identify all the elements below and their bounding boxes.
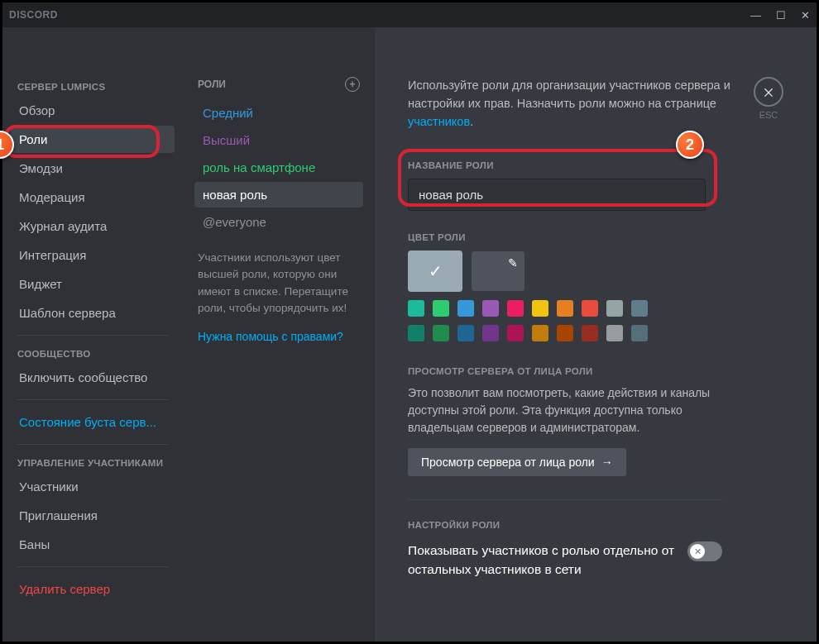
maximize-icon[interactable]: ☐: [776, 9, 786, 21]
color-swatch[interactable]: [507, 300, 524, 317]
callout-badge-2: 2: [676, 131, 704, 159]
divider: [17, 444, 168, 445]
intro-text: Используйте роли для организации участни…: [408, 77, 730, 131]
view-as-role-label: ПРОСМОТР СЕРВЕРА ОТ ЛИЦА РОЛИ: [408, 366, 783, 376]
role-item[interactable]: @everyone: [194, 209, 363, 235]
color-swatch[interactable]: [557, 300, 573, 317]
perms-help-link[interactable]: Нужна помощь с правами?: [194, 317, 363, 343]
check-icon: ✓: [429, 261, 443, 281]
toggle-knob: ✕: [690, 544, 705, 559]
color-swatch[interactable]: [408, 300, 424, 317]
arrow-right-icon: →: [601, 456, 613, 469]
color-swatch[interactable]: [457, 300, 474, 317]
display-separately-toggle[interactable]: ✕: [687, 541, 722, 561]
color-swatch[interactable]: [582, 325, 598, 341]
divider: [408, 499, 722, 500]
roles-list-pane: РОЛИ + СреднийВысшийроль на смартфоненов…: [183, 27, 375, 642]
color-swatch[interactable]: [507, 325, 524, 341]
roles-header-label: РОЛИ: [198, 79, 226, 90]
nav-widget[interactable]: Виджет: [11, 270, 175, 298]
nav-moderation[interactable]: Модерация: [11, 184, 175, 211]
color-custom[interactable]: ✎: [471, 250, 525, 292]
nav-emoji[interactable]: Эмодзи: [11, 155, 175, 182]
view-as-role-button[interactable]: Просмотр сервера от лица роли →: [408, 448, 626, 476]
display-separately-label: Показывать участников с ролью отдельно о…: [408, 541, 678, 579]
role-name-label: НАЗВАНИЕ РОЛИ: [408, 160, 783, 170]
role-settings-label: НАСТРОЙКИ РОЛИ: [408, 520, 783, 530]
settings-sidebar: СЕРВЕР LUMPICS Обзор Роли Эмодзи Модерац…: [2, 27, 183, 642]
color-default[interactable]: ✓: [408, 250, 462, 292]
color-swatch[interactable]: [433, 325, 449, 341]
color-swatch[interactable]: [557, 325, 573, 341]
titlebar: DISCORD — ☐ ✕: [2, 2, 817, 27]
nav-integration[interactable]: Интеграция: [11, 241, 175, 269]
role-name-input[interactable]: [408, 179, 706, 211]
server-section-header: СЕРВЕР LUMPICS: [11, 77, 175, 97]
color-swatch[interactable]: [631, 325, 648, 341]
color-swatch[interactable]: [532, 300, 548, 317]
close-icon: [762, 85, 775, 98]
role-item[interactable]: роль на смартфоне: [194, 155, 363, 180]
members-link[interactable]: участников: [408, 115, 470, 128]
community-header: СООБЩЕСТВО: [11, 344, 175, 364]
minimize-icon[interactable]: —: [750, 9, 761, 21]
role-item[interactable]: Высший: [194, 127, 363, 153]
role-color-label: ЦВЕТ РОЛИ: [408, 232, 783, 242]
roles-help-text: Участники используют цвет высшей роли, к…: [194, 236, 363, 317]
nav-delete-server[interactable]: Удалить сервер: [11, 575, 175, 603]
nav-overview[interactable]: Обзор: [11, 97, 175, 124]
nav-template[interactable]: Шаблон сервера: [11, 299, 175, 327]
nav-roles[interactable]: Роли: [11, 126, 175, 153]
app-name: DISCORD: [9, 9, 58, 21]
color-swatch[interactable]: [606, 325, 623, 341]
color-swatch[interactable]: [532, 325, 548, 341]
manage-header: УПРАВЛЕНИЕ УЧАСТНИКАМИ: [11, 453, 175, 473]
view-as-role-desc: Это позволит вам посмотреть, какие дейст…: [408, 384, 722, 436]
color-swatch[interactable]: [408, 325, 424, 341]
color-swatch[interactable]: [631, 300, 648, 317]
nav-bans[interactable]: Баны: [11, 531, 175, 558]
nav-audit[interactable]: Журнал аудита: [11, 212, 175, 240]
color-swatch[interactable]: [482, 300, 499, 317]
nav-invites[interactable]: Приглашения: [11, 502, 175, 529]
color-swatch[interactable]: [606, 300, 623, 317]
window-controls: — ☐ ✕: [750, 9, 810, 21]
color-swatch[interactable]: [457, 325, 474, 341]
close-icon[interactable]: ✕: [801, 9, 810, 21]
nav-members[interactable]: Участники: [11, 473, 175, 500]
color-swatch[interactable]: [433, 300, 449, 317]
role-item[interactable]: Средний: [194, 100, 363, 126]
role-item[interactable]: новая роль: [194, 182, 363, 208]
divider: [17, 566, 168, 567]
add-role-button[interactable]: +: [345, 77, 360, 92]
divider: [17, 335, 168, 336]
color-swatch[interactable]: [582, 300, 598, 317]
esc-label: ESC: [754, 110, 783, 120]
role-settings-pane: ESC Используйте роли для организации уча…: [375, 27, 817, 642]
nav-community[interactable]: Включить сообщество: [11, 364, 175, 391]
close-settings-button[interactable]: [754, 77, 783, 107]
divider: [17, 399, 168, 400]
eyedropper-icon: ✎: [508, 256, 518, 270]
nav-boost[interactable]: Состояние буста серв...: [11, 408, 175, 436]
color-swatch[interactable]: [482, 325, 499, 341]
